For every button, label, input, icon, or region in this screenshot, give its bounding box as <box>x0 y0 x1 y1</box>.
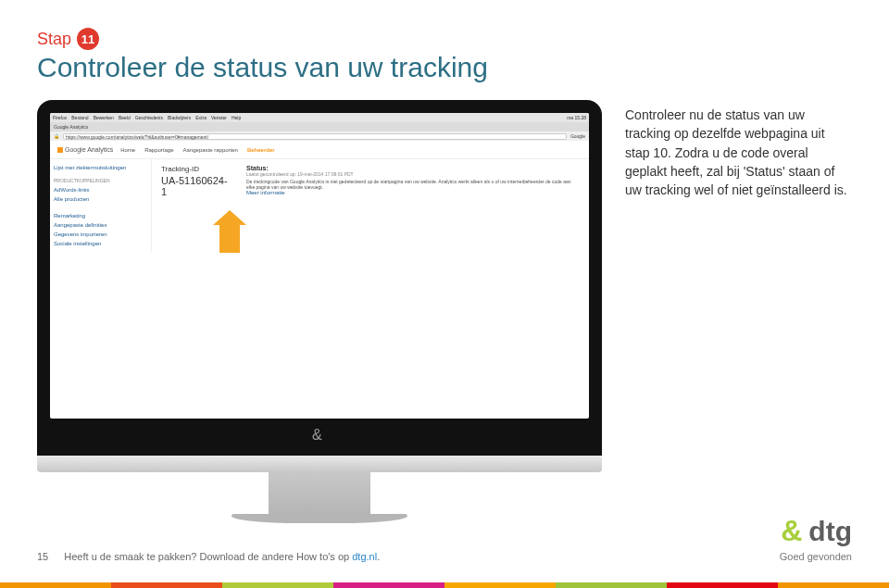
sidebar-item-adwords[interactable]: AdWords-links <box>54 185 147 194</box>
monitor-stand <box>269 472 370 514</box>
nav-reporting[interactable]: Rapportage <box>144 147 173 153</box>
svg-text:&: & <box>312 427 322 443</box>
menu-item: Extra <box>195 115 207 120</box>
step-description: Controleer nu de status van uw tracking … <box>625 106 852 199</box>
highlight-arrow-icon <box>217 210 243 255</box>
browser-address-bar: 🔒 https://www.google.com/analytics/web/?… <box>50 131 589 141</box>
menubar-clock: ma 15.28 <box>567 115 586 120</box>
menu-item: Beeld <box>119 115 131 120</box>
status-description: De trackingcode van Google Analytics is … <box>246 179 580 190</box>
ga-logo-icon <box>57 147 63 153</box>
menu-item: Geschiedenis <box>135 115 163 120</box>
menu-item: Venster <box>211 115 227 120</box>
dtg-wordmark: dtg <box>808 516 852 547</box>
menu-item: Help <box>232 115 241 120</box>
browser-tabbar: Google Analytics <box>50 122 589 131</box>
sidebar-item-data-import[interactable]: Gegevens importeren <box>54 230 147 239</box>
screenshot: Firefox Bestand Bewerken Beeld Geschiede… <box>50 113 589 419</box>
footer-link[interactable]: dtg.nl <box>352 551 377 562</box>
more-info-link[interactable]: Meer informatie <box>246 190 580 195</box>
menu-item: Bestand <box>71 115 88 120</box>
ga-sidebar: Lijst met ziektermuitsluitingen PRODUCTK… <box>50 159 152 252</box>
page-heading: Controleer de status van uw tracking <box>37 52 852 83</box>
ga-main-panel: Tracking-ID UA-51160624-1 Status: Laatst… <box>152 159 589 252</box>
step-label: Stap 11 <box>37 28 852 50</box>
footer-color-bar <box>0 582 889 588</box>
url-field[interactable]: https://www.google.com/analytics/web/?hl… <box>63 133 567 140</box>
monitor-bezel: Firefox Bestand Bewerken Beeld Geschiede… <box>37 100 602 456</box>
step-number: 11 <box>81 32 94 46</box>
status-label: Status: <box>246 165 580 171</box>
sidebar-item-products[interactable]: Alle producten <box>54 194 147 204</box>
sidebar-section: PRODUCTKOPPELINGEN <box>54 178 147 183</box>
menu-item: Bewerken <box>94 115 114 120</box>
sidebar-item-social[interactable]: Sociale instellingen <box>54 239 147 248</box>
monitor-brand-icon: & <box>310 425 329 448</box>
ga-nav: Home Rapportage Aangepaste rapporten Beh… <box>120 147 274 153</box>
page-number: 15 <box>37 551 48 562</box>
footer-question: Heeft u de smaak te pakken? Download de … <box>64 551 380 562</box>
monitor-chin <box>37 456 602 472</box>
browser-tab: Google Analytics <box>54 124 88 130</box>
tracking-id-value: UA-51160624-1 <box>161 175 228 197</box>
lock-icon: 🔒 <box>54 133 59 139</box>
dtg-brand-block: dtg Goed gevonden <box>780 516 852 562</box>
page-footer: 15 Heeft u de smaak te pakken? Download … <box>37 516 852 562</box>
ga-header: Google Analytics Home Rapportage Aangepa… <box>50 141 589 159</box>
ga-brand: Google Analytics <box>65 146 113 153</box>
search-engine: Google <box>570 133 585 139</box>
tracking-id-label: Tracking-ID <box>161 165 228 173</box>
ampersand-icon <box>781 516 805 547</box>
nav-home[interactable]: Home <box>120 147 135 153</box>
step-number-badge: 11 <box>77 28 99 50</box>
sidebar-item-remarketing[interactable]: Remarketing <box>54 211 147 220</box>
sidebar-item[interactable]: Lijst met ziektermuitsluitingen <box>54 163 147 172</box>
status-timestamp: Laatst gecontroleerd op: 19-mei-2014 17:… <box>246 171 580 177</box>
os-menubar: Firefox Bestand Bewerken Beeld Geschiede… <box>50 113 589 122</box>
dtg-logo: dtg <box>781 516 852 547</box>
menu-item: Bladwijzers <box>168 115 191 120</box>
sidebar-item-custom-defs[interactable]: Aangepaste definities <box>54 220 147 230</box>
ga-logo: Google Analytics <box>57 146 113 153</box>
nav-admin[interactable]: Beheerder <box>247 147 275 153</box>
step-word: Stap <box>37 30 71 49</box>
dtg-tagline: Goed gevonden <box>780 551 852 562</box>
menu-item: Firefox <box>53 115 67 120</box>
monitor-illustration: Firefox Bestand Bewerken Beeld Geschiede… <box>37 100 602 523</box>
nav-custom[interactable]: Aangepaste rapporten <box>183 147 238 153</box>
